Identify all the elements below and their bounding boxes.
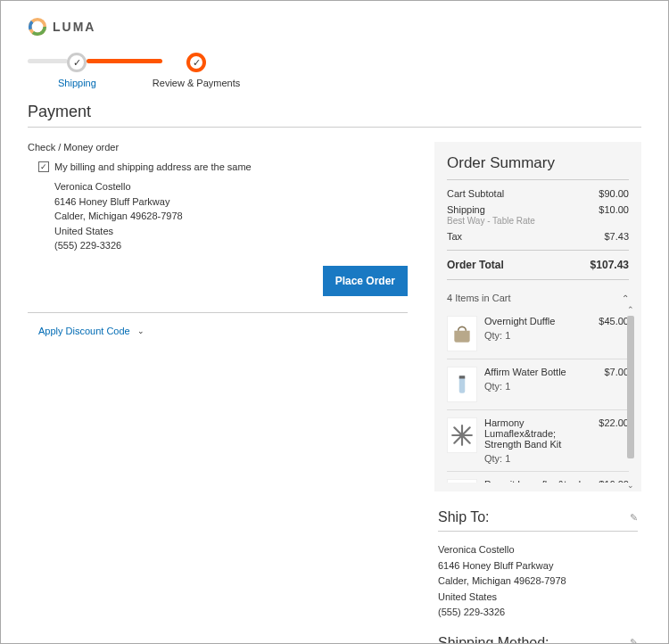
item-name: Affirm Water Bottle (484, 367, 597, 377)
cart-items-label: 4 Items in Cart (447, 293, 511, 303)
addr-country: United States (54, 224, 408, 239)
cart-item: Overnight DuffleQty: 1 $45.00 (447, 309, 629, 359)
subtotal-label: Cart Subtotal (447, 188, 504, 199)
item-qty: Qty: 1 (484, 330, 591, 341)
payment-method-title: Check / Money order (28, 142, 408, 153)
addr-street: 6146 Honey Bluff Parkway (438, 558, 638, 574)
logo[interactable]: LUMA (28, 17, 641, 37)
addr-city: Calder, Michigan 49628-7978 (438, 574, 638, 590)
scroll-down-icon[interactable]: ⌄ (627, 481, 634, 490)
logo-icon (28, 17, 47, 37)
product-thumb (447, 316, 477, 351)
cart-items-list: Overnight DuffleQty: 1 $45.00 Affirm Wat… (447, 309, 629, 483)
logo-text: LUMA (53, 20, 95, 34)
same-address-label: My billing and shipping address are the … (54, 161, 252, 172)
addr-country: United States (438, 590, 638, 606)
item-price: $22.00 (599, 417, 629, 464)
addr-phone: (555) 229-3326 (438, 605, 638, 621)
divider (28, 127, 641, 128)
billing-address: Veronica Costello 6146 Honey Bluff Parkw… (54, 179, 408, 253)
addr-city: Calder, Michigan 49628-7978 (54, 209, 408, 224)
cart-item: Harmony Lumaflex&trade; Strength Band Ki… (447, 410, 629, 472)
ship-to-title: Ship To: (438, 509, 490, 525)
cart-items-toggle[interactable]: 4 Items in Cart ⌃ (447, 285, 629, 303)
page-title: Payment (28, 103, 641, 121)
product-thumb (447, 417, 477, 453)
scrollbar[interactable] (627, 312, 634, 480)
shipping-label: Shipping (447, 204, 485, 215)
chevron-up-icon: ⌃ (622, 293, 629, 303)
subtotal-value: $90.00 (599, 188, 629, 199)
divider (447, 179, 629, 180)
divider (28, 312, 408, 313)
item-price: $45.00 (599, 316, 629, 351)
order-total-label: Order Total (447, 259, 504, 271)
divider (447, 250, 629, 251)
step-review: ✓ Review & Payments (153, 53, 240, 88)
checkout-stepper: ✓ Shipping ✓ Review & Payments (28, 53, 641, 88)
check-icon: ✓ (73, 57, 81, 69)
addr-phone: (555) 229-3326 (54, 238, 408, 253)
same-address-checkbox[interactable] (38, 161, 49, 172)
divider (438, 531, 638, 532)
cart-item: Pursuit Lumaflex&trade; Tone $16.00 (447, 472, 629, 483)
product-thumb (447, 367, 477, 402)
edit-icon[interactable]: ✎ (630, 637, 638, 644)
apply-discount-toggle[interactable]: Apply Discount Code ⌄ (38, 326, 408, 336)
item-name: Overnight Duffle (484, 316, 591, 326)
order-summary: Order Summary Cart Subtotal$90.00 Shippi… (434, 142, 641, 491)
chevron-down-icon: ⌄ (137, 326, 145, 335)
shipping-sublabel: Best Way - Table Rate (447, 216, 535, 226)
cart-item: Affirm Water BottleQty: 1 $7.00 (447, 359, 629, 410)
place-order-button[interactable]: Place Order (323, 266, 408, 296)
order-summary-title: Order Summary (447, 154, 629, 172)
step-review-circle: ✓ (186, 53, 206, 72)
tax-value: $7.43 (604, 231, 629, 242)
step-shipping-circle: ✓ (67, 53, 87, 72)
divider (447, 279, 629, 280)
check-icon: ✓ (193, 57, 201, 69)
scrollbar-thumb[interactable] (627, 316, 634, 458)
shipping-value: $10.00 (599, 204, 629, 215)
svg-rect-4 (459, 376, 466, 378)
product-thumb (447, 479, 477, 483)
item-qty: Qty: 1 (484, 381, 597, 392)
addr-name: Veronica Costello (438, 542, 638, 558)
order-total-value: $107.43 (591, 259, 629, 271)
shipping-method-title: Shipping Method: (438, 635, 549, 644)
discount-label: Apply Discount Code (38, 326, 130, 336)
edit-icon[interactable]: ✎ (630, 512, 638, 524)
item-qty: Qty: 1 (484, 453, 591, 464)
item-price: $7.00 (604, 367, 629, 402)
step-review-label: Review & Payments (153, 78, 240, 88)
step-shipping-label[interactable]: Shipping (58, 78, 96, 88)
stepper-bar-active (87, 59, 162, 63)
item-name: Pursuit Lumaflex&trade; Tone (484, 479, 591, 483)
addr-street: 6146 Honey Bluff Parkway (54, 194, 408, 210)
item-price: $16.00 (599, 479, 629, 483)
ship-to-address: Veronica Costello 6146 Honey Bluff Parkw… (438, 542, 638, 621)
addr-name: Veronica Costello (54, 179, 408, 194)
item-name: Harmony Lumaflex&trade; Strength Band Ki… (484, 417, 591, 450)
tax-label: Tax (447, 231, 462, 242)
